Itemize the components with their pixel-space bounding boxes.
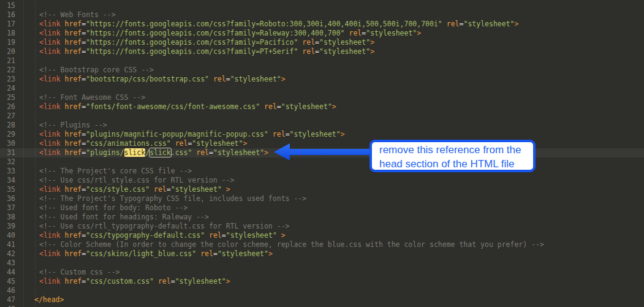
code-line[interactable]: 45<link href="css/custom.css" rel="style… bbox=[0, 277, 644, 286]
code-line[interactable]: 34<!-- Use css/rtl_style.css for RTL ver… bbox=[0, 176, 644, 185]
line-number: 17 bbox=[0, 20, 15, 29]
line-number: 29 bbox=[0, 130, 15, 139]
code-line-text: <!-- Use css/rtl_typography-default.css … bbox=[15, 222, 290, 231]
code-line[interactable]: 37<!-- Used font for body: Roboto --> bbox=[0, 203, 644, 213]
code-line-text: <link href="plugins/slick/slick.css" rel… bbox=[15, 148, 268, 157]
line-number: 21 bbox=[0, 56, 15, 66]
line-number: 30 bbox=[0, 139, 15, 148]
line-number: 33 bbox=[0, 167, 15, 176]
code-line[interactable]: 36<!-- The Project's Typography CSS file… bbox=[0, 194, 644, 203]
code-line[interactable]: 20<link href="https://fonts.googleapis.c… bbox=[0, 47, 644, 56]
line-number: 32 bbox=[0, 157, 15, 167]
line-number: 25 bbox=[0, 93, 15, 102]
code-line-text: <link href="bootstrap/css/bootstrap.css"… bbox=[15, 75, 286, 84]
line-number: 28 bbox=[0, 121, 15, 130]
line-number: 38 bbox=[0, 213, 15, 222]
code-line[interactable]: 29<link href="plugins/magnific-popup/mag… bbox=[0, 130, 644, 139]
line-number: 43 bbox=[0, 259, 15, 268]
code-line[interactable]: 41<!-- Color Scheme (In order to change … bbox=[0, 240, 644, 249]
line-number: 20 bbox=[0, 47, 15, 56]
code-line-text: <!-- Web Fonts --> bbox=[15, 10, 116, 20]
line-number: 48 bbox=[0, 305, 15, 307]
line-number: 22 bbox=[0, 66, 15, 75]
line-number: 40 bbox=[0, 231, 15, 240]
code-line[interactable]: 43 bbox=[0, 259, 644, 268]
code-line-text: <link href="fonts/font-awesome/css/font-… bbox=[15, 102, 336, 112]
code-line-text: <link href="https://fonts.googleapis.com… bbox=[15, 20, 518, 29]
line-number: 37 bbox=[0, 203, 15, 213]
line-number: 36 bbox=[0, 194, 15, 203]
code-line[interactable]: 15 bbox=[0, 1, 644, 10]
code-line-text: <link href="https://fonts.googleapis.com… bbox=[15, 29, 421, 38]
code-line[interactable]: 40<link href="css/typography-default.css… bbox=[0, 231, 644, 240]
code-line[interactable]: 47</head> bbox=[0, 295, 644, 305]
line-number: 18 bbox=[0, 29, 15, 38]
code-line[interactable]: 18<link href="https://fonts.googleapis.c… bbox=[0, 29, 644, 38]
code-line-text: <!-- Bootstrap core CSS --> bbox=[15, 66, 154, 75]
code-line[interactable]: 21 bbox=[0, 56, 644, 66]
code-line[interactable]: 16<!-- Web Fonts --> bbox=[0, 10, 644, 20]
code-line-text: <!-- Use css/rtl_style.css for RTL versi… bbox=[15, 176, 235, 185]
code-line[interactable]: 48 bbox=[0, 305, 644, 307]
line-number: 27 bbox=[0, 112, 15, 121]
line-number: 31 bbox=[0, 148, 15, 157]
code-line[interactable]: 26<link href="fonts/font-awesome/css/fon… bbox=[0, 102, 644, 112]
code-line-text: <link href="css/style.css" rel="styleshe… bbox=[15, 185, 230, 194]
line-number: 23 bbox=[0, 75, 15, 84]
code-line-text: <!-- The Project's core CSS file --> bbox=[15, 167, 192, 176]
line-number: 15 bbox=[0, 1, 15, 10]
code-line-text: <link href="css/custom.css" rel="stylesh… bbox=[15, 277, 230, 286]
code-line-text: <link href="css/typography-default.css" … bbox=[15, 231, 286, 240]
annotation-text-line2: head section of the HTML file bbox=[379, 157, 533, 171]
code-line-text: <link href="css/animations.css" rel="sty… bbox=[15, 139, 247, 148]
annotation-arrow bbox=[270, 141, 374, 165]
code-line[interactable]: 23<link href="bootstrap/css/bootstrap.cs… bbox=[0, 75, 644, 84]
code-line-text: <!-- Custom css --> bbox=[15, 268, 120, 277]
line-number: 44 bbox=[0, 268, 15, 277]
line-number: 16 bbox=[0, 10, 15, 20]
code-line[interactable]: 42<link href="css/skins/light_blue.css" … bbox=[0, 249, 644, 259]
line-number: 47 bbox=[0, 295, 15, 305]
code-line[interactable]: 22<!-- Bootstrap core CSS --> bbox=[0, 66, 644, 75]
line-number: 34 bbox=[0, 176, 15, 185]
code-line[interactable]: 39<!-- Use css/rtl_typography-default.cs… bbox=[0, 222, 644, 231]
code-line-text: <link href="css/skins/light_blue.css" re… bbox=[15, 249, 273, 259]
line-number: 24 bbox=[0, 84, 15, 93]
code-line-text: <!-- Color Scheme (In order to change th… bbox=[15, 240, 544, 249]
line-number: 35 bbox=[0, 185, 15, 194]
code-line[interactable]: 28<!-- Plugins --> bbox=[0, 121, 644, 130]
code-line-text: <link href="https://fonts.googleapis.com… bbox=[15, 47, 374, 56]
code-line[interactable]: 27 bbox=[0, 112, 644, 121]
annotation-text-line1: remove this reference from the bbox=[379, 143, 533, 157]
line-number: 46 bbox=[0, 286, 15, 295]
code-line-text: <!-- The Project's Typography CSS file, … bbox=[15, 194, 306, 203]
code-line[interactable]: 44<!-- Custom css --> bbox=[0, 268, 644, 277]
code-line[interactable]: 38<!-- Used font for headings: Raleway -… bbox=[0, 213, 644, 222]
code-line[interactable]: 25<!-- Font Awesome CSS --> bbox=[0, 93, 644, 102]
code-line[interactable]: 19<link href="https://fonts.googleapis.c… bbox=[0, 38, 644, 47]
line-number: 45 bbox=[0, 277, 15, 286]
line-number: 26 bbox=[0, 102, 15, 112]
code-line[interactable]: 46 bbox=[0, 286, 644, 295]
code-line[interactable]: 33<!-- The Project's core CSS file --> bbox=[0, 167, 644, 176]
code-line-text: <!-- Plugins --> bbox=[15, 121, 107, 130]
annotation-callout: remove this reference from the head sect… bbox=[369, 140, 536, 172]
line-number: 42 bbox=[0, 249, 15, 259]
code-line[interactable]: 17<link href="https://fonts.googleapis.c… bbox=[0, 20, 644, 29]
line-number: 39 bbox=[0, 222, 15, 231]
line-number: 41 bbox=[0, 240, 15, 249]
code-line-text: <link href="https://fonts.googleapis.com… bbox=[15, 38, 374, 47]
line-number: 19 bbox=[0, 38, 15, 47]
code-line-text: <!-- Used font for body: Roboto --> bbox=[15, 203, 188, 213]
code-line[interactable]: 35<link href="css/style.css" rel="styles… bbox=[0, 185, 644, 194]
code-line-text: </head> bbox=[15, 295, 64, 305]
code-line[interactable]: 24 bbox=[0, 84, 644, 93]
code-editor: 1516<!-- Web Fonts -->17<link href="http… bbox=[0, 0, 644, 307]
code-line-text: <link href="plugins/magnific-popup/magni… bbox=[15, 130, 345, 139]
code-line-text: <!-- Used font for headings: Raleway --> bbox=[15, 213, 209, 222]
code-line-text: <!-- Font Awesome CSS --> bbox=[15, 93, 145, 102]
